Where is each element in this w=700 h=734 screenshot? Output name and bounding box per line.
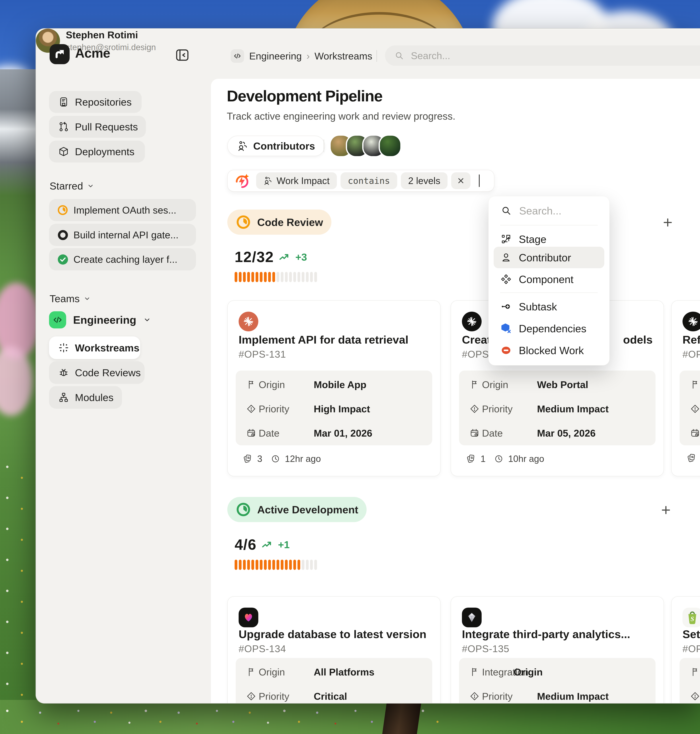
priority-icon bbox=[470, 692, 479, 701]
sidebar-item-code-reviews[interactable]: Code Reviews bbox=[49, 361, 144, 384]
card-id: #OPS-134 bbox=[239, 643, 286, 654]
add-card-button[interactable] bbox=[661, 505, 671, 515]
dropdown-item-dependencies[interactable]: Dependencies bbox=[488, 318, 609, 339]
open-circle-icon bbox=[57, 229, 68, 240]
heart-gradient-icon bbox=[239, 608, 258, 627]
sidebar-item-deployments[interactable]: Deployments bbox=[49, 141, 145, 162]
progress-tick bbox=[260, 560, 263, 570]
card-footer: 1 10hr ago bbox=[466, 454, 544, 464]
sidebar-item-modules[interactable]: Modules bbox=[49, 386, 122, 409]
filter-value-chip[interactable]: 2 levels bbox=[401, 172, 447, 189]
work-card-partial-set[interactable]: Set #OPS bbox=[671, 596, 700, 703]
collapse-sidebar-button[interactable] bbox=[174, 46, 191, 64]
card-footer bbox=[687, 454, 696, 463]
work-card-partial-refactor[interactable]: Refa #OPS bbox=[671, 300, 700, 476]
work-card-ops-131[interactable]: Implement API for data retrieval #OPS-13… bbox=[227, 300, 441, 476]
attachments-icon bbox=[687, 454, 696, 463]
add-card-button[interactable] bbox=[663, 217, 673, 228]
progress-tick bbox=[256, 560, 258, 570]
calendar-icon bbox=[691, 429, 700, 438]
sidebar-item-workstreams[interactable]: Workstreams bbox=[49, 336, 140, 359]
flag-icon bbox=[470, 668, 479, 677]
starred-item-oauth[interactable]: Implement OAuth ses... bbox=[49, 199, 196, 221]
progress-bar-active-development bbox=[235, 560, 317, 570]
dropdown-item-subtask[interactable]: Subtask bbox=[488, 296, 609, 317]
priority-icon bbox=[470, 404, 479, 413]
breadcrumb: Engineering › Workstreams bbox=[249, 49, 372, 63]
card-details-panel: OriginAll Platforms PriorityCritical bbox=[236, 658, 432, 703]
progress-tick bbox=[247, 272, 250, 282]
card-details-panel: OriginMobile App PriorityHigh Impact Dat… bbox=[236, 371, 432, 445]
calendar-icon bbox=[247, 429, 256, 438]
dropdown-item-contributor[interactable]: Contributor bbox=[488, 247, 609, 268]
contributor-avatar[interactable] bbox=[380, 136, 400, 156]
progress-bar-code-review bbox=[235, 272, 317, 282]
user-name: Stephen Rotimi bbox=[66, 29, 156, 40]
card-details-panel: OriginWeb Portal PriorityMedium Impact D… bbox=[459, 371, 656, 445]
shopify-bag-icon bbox=[682, 608, 700, 627]
sidebar-item-pull-requests[interactable]: Pull Requests bbox=[49, 116, 146, 138]
ai-filter-bolt-icon bbox=[234, 173, 250, 189]
filter-operator-chip[interactable]: contains bbox=[341, 172, 397, 189]
tree-trunk bbox=[382, 700, 422, 734]
progress-tick bbox=[289, 272, 292, 282]
breadcrumb-section[interactable]: Engineering bbox=[249, 50, 302, 62]
progress-tick bbox=[239, 272, 241, 282]
filter-field-chip[interactable]: Work Impact bbox=[256, 172, 337, 189]
work-card-ops-134[interactable]: Upgrade database to latest version #OPS-… bbox=[227, 596, 441, 703]
priority-icon bbox=[691, 692, 700, 701]
team-engineering[interactable]: Engineering bbox=[49, 311, 151, 329]
starred-section-header[interactable]: Starred bbox=[50, 180, 94, 192]
card-id: #OPS-131 bbox=[239, 348, 286, 360]
contributors-button[interactable]: Contributors bbox=[227, 136, 325, 156]
geo-flower-icon bbox=[682, 312, 700, 332]
global-search-input[interactable]: Search... bbox=[385, 46, 700, 66]
dropdown-item-component[interactable]: Component bbox=[488, 268, 609, 290]
gem-icon bbox=[462, 608, 482, 627]
code-review-status-icon bbox=[236, 214, 251, 230]
progress-tick bbox=[268, 272, 271, 282]
starred-item-api-gateway[interactable]: Build internal API gate... bbox=[49, 224, 196, 246]
trend-up-icon bbox=[278, 251, 291, 263]
progress-tick bbox=[297, 560, 300, 570]
trend-up-icon bbox=[261, 538, 273, 551]
calendar-icon bbox=[470, 429, 479, 438]
filter-bar[interactable]: Work Impact contains 2 levels bbox=[227, 170, 494, 192]
in-progress-icon bbox=[57, 205, 68, 216]
flag-icon bbox=[247, 668, 256, 677]
progress-tick bbox=[310, 560, 313, 570]
dropdown-divider bbox=[500, 225, 598, 226]
chevron-down-icon bbox=[143, 316, 151, 324]
progress-tick bbox=[310, 272, 313, 282]
filter-remove-button[interactable] bbox=[451, 172, 471, 189]
progress-tick bbox=[239, 560, 241, 570]
flower-meadow-bottom bbox=[0, 700, 447, 734]
progress-tick bbox=[293, 272, 296, 282]
progress-tick bbox=[235, 560, 237, 570]
chevron-down-icon bbox=[87, 183, 94, 189]
progress-tick bbox=[285, 560, 288, 570]
close-icon bbox=[457, 177, 465, 185]
code-icon bbox=[49, 311, 66, 329]
search-icon bbox=[501, 205, 512, 216]
contributor-icon bbox=[501, 252, 511, 262]
work-card-ops-135[interactable]: Integrate third-party analytics... #OPS-… bbox=[451, 596, 664, 703]
component-icon bbox=[501, 274, 511, 284]
dropdown-search-input[interactable]: Search... bbox=[488, 200, 609, 221]
starburst-icon bbox=[239, 312, 258, 332]
search-icon bbox=[394, 51, 404, 60]
card-id: #OPS bbox=[682, 348, 700, 360]
priority-icon bbox=[247, 404, 256, 413]
sidebar-item-repositories[interactable]: Repositories bbox=[49, 91, 142, 113]
header-divider bbox=[376, 50, 377, 62]
card-footer: 3 12hr ago bbox=[243, 454, 321, 464]
progress-tick bbox=[251, 272, 254, 282]
breadcrumb-page[interactable]: Workstreams bbox=[315, 50, 372, 62]
flag-icon bbox=[691, 380, 700, 389]
card-title-fragment-left: Creat bbox=[462, 333, 491, 346]
starred-item-caching-layer[interactable]: Create caching layer f... bbox=[49, 248, 196, 270]
dropdown-item-blocked-work[interactable]: Blocked Work bbox=[488, 339, 609, 361]
teams-section-header[interactable]: Teams bbox=[50, 293, 91, 305]
card-title: Integrate third-party analytics... bbox=[462, 628, 630, 641]
progress-tick bbox=[247, 560, 250, 570]
